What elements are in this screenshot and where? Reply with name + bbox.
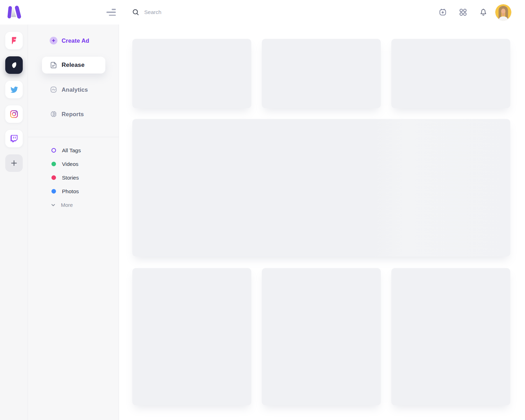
tags-more-button[interactable]: More bbox=[28, 198, 119, 212]
plus-icon bbox=[10, 159, 18, 167]
app-rail bbox=[0, 24, 28, 420]
chevron-down-icon bbox=[50, 202, 56, 208]
calendar-plus-icon[interactable] bbox=[438, 8, 447, 17]
analytics-label: Analytics bbox=[62, 86, 88, 93]
top-cards-row bbox=[132, 39, 510, 108]
rail-item-instagram[interactable] bbox=[5, 105, 23, 123]
app-logo[interactable] bbox=[7, 5, 22, 20]
skeleton-card bbox=[132, 268, 251, 405]
avatar-image bbox=[495, 4, 511, 20]
bell-icon[interactable] bbox=[479, 8, 488, 17]
sidebar-item-reports[interactable]: Reports bbox=[28, 106, 119, 122]
sidebar: + Create Ad Release Analytics bbox=[28, 24, 119, 420]
envato-leaf-icon bbox=[9, 61, 19, 70]
twitter-icon bbox=[9, 85, 19, 94]
tag-dot-icon bbox=[51, 189, 56, 194]
topbar-actions bbox=[427, 0, 511, 24]
sidebar-item-release[interactable]: Release bbox=[42, 57, 105, 74]
main-content bbox=[119, 24, 525, 420]
rail-item-foursquare[interactable] bbox=[5, 32, 23, 49]
analytics-icon bbox=[49, 85, 58, 94]
sidebar-item-analytics[interactable]: Analytics bbox=[28, 81, 119, 98]
search-input[interactable] bbox=[144, 9, 263, 15]
tag-label: Photos bbox=[62, 188, 79, 195]
release-label: Release bbox=[62, 62, 85, 69]
search-bar[interactable] bbox=[132, 6, 279, 19]
more-label: More bbox=[61, 202, 73, 208]
skeleton-card-featured bbox=[132, 119, 510, 257]
rail-item-envato[interactable] bbox=[5, 56, 23, 74]
tags-list: All Tags Videos Stories Photos More bbox=[28, 137, 119, 212]
search-icon bbox=[132, 9, 139, 16]
tag-videos[interactable]: Videos bbox=[28, 157, 119, 171]
tag-ring-icon bbox=[51, 148, 56, 153]
pie-chart-icon bbox=[49, 110, 58, 118]
tag-label: Stories bbox=[62, 175, 79, 181]
skeleton-card bbox=[262, 268, 381, 405]
tag-stories[interactable]: Stories bbox=[28, 171, 119, 184]
tag-label: Videos bbox=[62, 161, 78, 167]
plus-circle-icon: + bbox=[50, 37, 57, 44]
tag-label: All Tags bbox=[62, 147, 81, 154]
tag-dot-icon bbox=[51, 162, 56, 166]
user-avatar[interactable] bbox=[495, 4, 511, 20]
tag-photos[interactable]: Photos bbox=[28, 184, 119, 198]
foursquare-icon bbox=[9, 36, 19, 45]
create-ad-button[interactable]: + Create Ad bbox=[28, 32, 119, 49]
skeleton-card bbox=[262, 39, 381, 108]
tag-all-tags[interactable]: All Tags bbox=[28, 144, 119, 157]
apps-grid-icon[interactable] bbox=[458, 8, 468, 17]
add-channel-button[interactable] bbox=[5, 154, 23, 172]
instagram-icon bbox=[9, 110, 19, 119]
skeleton-card bbox=[132, 39, 251, 108]
document-icon bbox=[49, 61, 58, 69]
hamburger-menu-icon[interactable] bbox=[106, 9, 116, 16]
skeleton-card bbox=[391, 268, 510, 405]
twitch-icon bbox=[9, 134, 19, 143]
tag-dot-icon bbox=[51, 175, 56, 180]
create-ad-label: Create Ad bbox=[62, 37, 89, 44]
rail-item-twitter[interactable] bbox=[5, 81, 23, 98]
skeleton-card bbox=[391, 39, 510, 108]
top-bar bbox=[0, 0, 525, 24]
reports-label: Reports bbox=[62, 111, 84, 118]
logo-m-icon bbox=[7, 5, 22, 20]
rail-item-twitch[interactable] bbox=[5, 130, 23, 147]
bottom-cards-row bbox=[132, 268, 510, 405]
